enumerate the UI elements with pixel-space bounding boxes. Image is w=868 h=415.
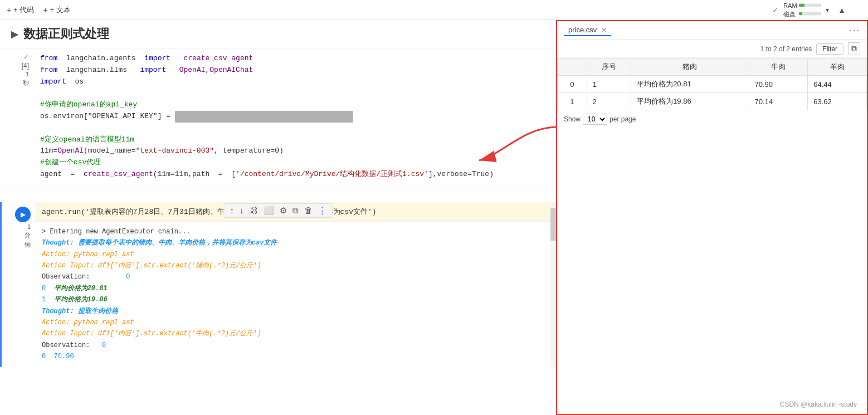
csv-tab-price[interactable]: price.csv ✕ — [564, 25, 611, 36]
toolbar-copy-icon[interactable]: ⧉ — [292, 206, 299, 216]
notebook-title-bar: ▶ 数据正则式处理 — [0, 20, 556, 48]
output-row-2: 0 70.90 — [42, 351, 549, 362]
watermark-text: CSDN @kaka.liulin -study — [780, 401, 857, 408]
csv-panel: price.csv ✕ ··· 1 to 2 of 2 entries Filt… — [556, 20, 868, 415]
pagination-text: 1 to 2 of 2 entries — [760, 45, 812, 53]
cell-2-right: agent.run('提取表内容的7月28日、7月31日猪肉、牛肉、羊肉价格，整… — [35, 202, 556, 367]
scrollbar[interactable] — [550, 202, 556, 367]
output-action-1: Action: python_repl_ast — [42, 249, 549, 260]
toolbar-delete-icon[interactable]: 🗑 — [304, 206, 313, 215]
plus-icon: + — [7, 6, 11, 14]
toolbar-settings-icon[interactable]: ⚙ — [280, 206, 287, 216]
row-1-index: 1 — [558, 93, 587, 110]
csdn-watermark: CSDN @kaka.liulin -study — [780, 401, 857, 408]
output-obs-1: Observation: 0 — [42, 271, 549, 282]
output-action-input-2: Action Input: df1['内容'].str.extract('牛肉(… — [42, 328, 549, 339]
plus-icon-text: + — [43, 6, 47, 14]
toolbar-down-icon[interactable]: ↓ — [240, 206, 244, 215]
cell-1-status-1: 1 — [26, 71, 29, 77]
row-1-seq: 2 — [587, 93, 631, 110]
add-text-label: + 文本 — [50, 5, 71, 15]
row-0-lamb: 64.44 — [808, 76, 867, 93]
toolbar-save-icon[interactable]: ⬜ — [264, 206, 274, 216]
code-comment-1: #你申请的openai的api_key — [40, 99, 549, 111]
tab-close-icon[interactable]: ✕ — [601, 26, 607, 34]
scrollbar-thumb[interactable] — [550, 208, 556, 241]
cell-2-wrapper: ↑ ↓ ⛓ ⬜ ⚙ ⧉ 🗑 ⋮ ▶ 1 分 钟 — [0, 202, 556, 368]
csv-table-container: 序号 猪肉 牛肉 羊肉 0 1 平均价格为20.81 70.90 64.44 — [557, 58, 867, 110]
ram-bar-fill — [799, 3, 804, 7]
notebook-title: 数据正则式处理 — [23, 26, 109, 42]
toolbar-more-icon[interactable]: ⋮ — [318, 206, 326, 216]
code-comment-2: #定义openai的语言模型11m — [40, 134, 549, 146]
notebook-area: ▶ 数据正则式处理 ✓ [4] 1 秒 from langchain.agent… — [0, 20, 556, 415]
per-page-select[interactable]: 10 25 50 — [583, 114, 607, 125]
code-line-5: 11m=OpenAI(model_name="text-davinci-003"… — [40, 145, 549, 157]
row-0-seq: 1 — [587, 76, 631, 93]
csv-header: price.csv ✕ ··· — [557, 21, 867, 40]
ram-disk-indicator: RAM 磁盘 — [783, 2, 821, 18]
table-row: 1 2 平均价格为19.86 70.14 63.62 — [558, 93, 867, 110]
code-line-4: os.environ["OPENAI_API_KEY"] = — [40, 111, 549, 123]
run-button[interactable]: ▶ — [15, 207, 31, 222]
row-0-index: 0 — [558, 76, 587, 93]
ram-dropdown-icon[interactable]: ▾ — [826, 6, 829, 14]
cell-2-status-3: 钟 — [25, 241, 31, 249]
add-text-button[interactable]: + + 文本 — [43, 5, 70, 15]
show-label: Show — [564, 115, 581, 123]
toolbar-link-icon[interactable]: ⛓ — [250, 206, 258, 215]
tab-area: price.csv ✕ — [564, 25, 611, 36]
csv-pagination: 1 to 2 of 2 entries Filter ⧉ — [557, 40, 867, 58]
cell-2-output: > Entering new AgentExecutor chain... Th… — [35, 222, 556, 367]
cell-2-status-2: 分 — [25, 231, 31, 240]
per-page-label: per page — [609, 115, 636, 123]
filter-button[interactable]: Filter — [816, 43, 843, 55]
output-entering: > Entering new AgentExecutor chain... — [42, 226, 549, 237]
output-action-2: Action: python_repl_ast — [42, 317, 549, 328]
output-row-0: 0 平均价格为20.81 — [42, 283, 549, 294]
table-row: 0 1 平均价格为20.81 70.90 64.44 — [558, 76, 867, 93]
csv-tab-label: price.csv — [568, 26, 597, 34]
disk-bar-fill — [799, 12, 802, 16]
add-code-label: + 代码 — [13, 5, 34, 15]
cell-1-check-icon: ✓ — [23, 53, 29, 61]
th-index — [558, 58, 587, 76]
main-content: ▶ 数据正则式处理 ✓ [4] 1 秒 from langchain.agent… — [0, 20, 868, 415]
code-line-2: from langchain.llms import OpenAI,OpenAI… — [40, 65, 549, 76]
ram-label: RAM — [783, 2, 797, 8]
row-0-beef: 70.90 — [749, 76, 808, 93]
cell-1-status-2: 秒 — [23, 79, 29, 87]
output-action-input-1: Action Input: df1['内容'].str.extract('猪肉(… — [42, 260, 549, 271]
csv-footer: Show 10 25 50 per page — [557, 110, 867, 128]
disk-label: 磁盘 — [783, 9, 797, 18]
copy-icon[interactable]: ⧉ — [848, 42, 860, 55]
output-row-1: 1 平均价格为19.86 — [42, 294, 549, 305]
csv-more-icon[interactable]: ··· — [850, 26, 860, 36]
expand-arrow-icon[interactable]: ▶ — [11, 29, 18, 40]
cell-1-content[interactable]: from langchain.agents import create_csv_… — [33, 48, 556, 185]
table-header-row: 序号 猪肉 牛肉 羊肉 — [558, 58, 867, 76]
cell-2-gutter: ▶ 1 分 钟 — [2, 202, 35, 367]
toolbar-up-icon[interactable]: ↑ — [230, 206, 235, 215]
cell-2: ▶ 1 分 钟 agent.run('提取表内容的7月28日、7月31日猪肉、牛… — [0, 202, 556, 368]
cell-2-status-1: 1 — [27, 223, 31, 230]
row-1-beef: 70.14 — [749, 93, 808, 110]
cell-1-gutter: ✓ [4] 1 秒 — [0, 48, 33, 185]
row-0-pork: 平均价格为20.81 — [631, 76, 749, 93]
cell-1: ✓ [4] 1 秒 from langchain.agents import c… — [0, 48, 556, 185]
cell-1-number: [4] — [22, 62, 29, 70]
top-right-controls: ✓ RAM 磁盘 ▾ ▲ — [772, 2, 846, 18]
output-thought-1: Thought: 需要提取每个表中的猪肉、牛肉、羊肉价格，并将其保存为csv文件 — [42, 237, 549, 248]
csv-table-body: 0 1 平均价格为20.81 70.90 64.44 1 2 平均价格为19.8… — [558, 76, 867, 110]
top-toolbar: + + 代码 + + 文本 ✓ RAM 磁盘 ▾ ▲ — [0, 0, 868, 20]
th-seqno: 序号 — [587, 58, 631, 76]
row-1-pork: 平均价格为19.86 — [631, 93, 749, 110]
output-area: > Entering new AgentExecutor chain... Th… — [35, 222, 556, 367]
th-beef: 牛肉 — [749, 58, 808, 76]
status-check-icon: ✓ — [772, 6, 779, 14]
add-code-button[interactable]: + + 代码 — [7, 5, 34, 15]
collapse-button[interactable]: ▲ — [838, 6, 846, 14]
th-pork: 猪肉 — [631, 58, 749, 76]
row-1-lamb: 63.62 — [808, 93, 867, 110]
code-line-1: from langchain.agents import create_csv_… — [40, 53, 549, 65]
